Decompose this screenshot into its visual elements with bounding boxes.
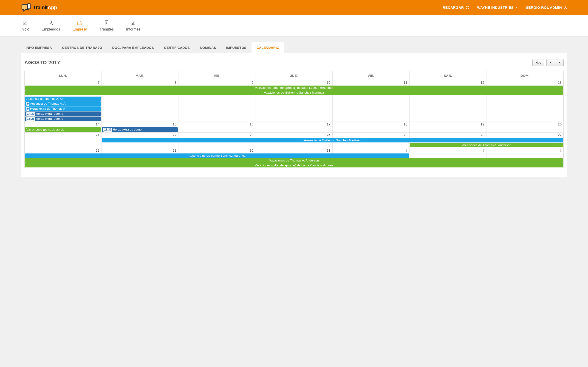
nav-informes[interactable]: Informes	[126, 20, 140, 31]
chevron-left-icon	[549, 61, 552, 64]
calendar-event[interactable]: Vacaciones de Thomas A. Anderson	[25, 158, 563, 163]
day-header: DOM.	[486, 71, 563, 80]
day-number: 20	[486, 122, 563, 126]
day-number: 15	[102, 122, 178, 126]
topbar: TramitApp RECARGAR WAYNE INDUSTRIES SERG…	[0, 0, 588, 15]
day-cell[interactable]: 12	[409, 80, 486, 85]
day-number: 1	[333, 148, 409, 152]
day-number: 19	[409, 122, 486, 126]
day-number: 12	[409, 80, 486, 84]
tab-calendario[interactable]: CALENDARIO	[251, 42, 285, 53]
calendar-event[interactable]: 18:31Horas extra de Jame	[102, 127, 178, 132]
day-cell[interactable]: 27	[486, 133, 563, 138]
day-cell[interactable]: 3	[486, 148, 563, 153]
day-number: 21	[25, 133, 101, 137]
day-cell[interactable]: 1	[333, 148, 409, 153]
day-cell[interactable]: 16	[179, 122, 255, 127]
day-cell[interactable]: 11	[333, 80, 409, 85]
day-number: 29	[102, 148, 178, 152]
calendar-event[interactable]: 9Ausencia de Thomas A. A	[25, 101, 101, 106]
svg-rect-0	[27, 4, 30, 9]
day-header: SÁB.	[409, 71, 486, 80]
calendar-header: AGOSTO 2017 Hoy	[24, 53, 564, 71]
day-cell[interactable]: 21	[25, 133, 102, 138]
day-header: LUN.	[25, 71, 102, 80]
day-number: 2	[409, 148, 486, 152]
calendar-event[interactable]: Vacaciones (pdte. de aprobar) de Juan Ló…	[25, 85, 563, 90]
day-cell[interactable]: 22	[102, 133, 179, 138]
day-number: 31	[255, 148, 332, 152]
day-cell[interactable]: 30	[179, 148, 255, 153]
page: INFO EMPRESA CENTROS DE TRABAJO DOC. PAR…	[0, 37, 588, 182]
day-number: 16	[179, 122, 255, 126]
svg-rect-2	[23, 21, 27, 25]
day-number: 9	[179, 80, 255, 84]
calendar-grid: LUN. MAR. MIÉ. JUE. VIE. SÁB. DOM. 78910…	[24, 71, 564, 168]
day-cell[interactable]: 15	[102, 122, 179, 127]
day-number: 30	[179, 148, 255, 152]
day-cell[interactable]: 8	[102, 80, 179, 85]
calendar-event[interactable]: Ausencia de Thomas A. An	[25, 97, 101, 101]
calendar-title: AGOSTO 2017	[24, 60, 60, 66]
day-cell[interactable]: 14	[25, 122, 102, 127]
day-number: 24	[255, 133, 332, 137]
nav-empresa[interactable]: Empresa	[72, 20, 87, 31]
nav-inicio[interactable]: Inicio	[21, 20, 29, 31]
calendar-event[interactable]: Vacaciones (pdte. de aprobar) de Laura G…	[25, 163, 563, 167]
calendar-event[interactable]: Ausencia de Guillermo Sánchez Martínez	[25, 153, 409, 158]
day-cell[interactable]: 23	[179, 133, 255, 138]
day-cell[interactable]: 10	[255, 80, 332, 85]
prev-button[interactable]	[546, 59, 555, 66]
day-cell[interactable]: 17	[255, 122, 332, 127]
day-cell[interactable]: 2	[409, 148, 486, 153]
nav-empleados[interactable]: Empleados	[42, 20, 60, 31]
day-cell[interactable]: 7	[25, 80, 102, 85]
tab-info[interactable]: INFO EMPRESA	[21, 42, 57, 53]
today-button[interactable]: Hoy	[532, 59, 544, 66]
next-button[interactable]	[555, 59, 564, 66]
day-cell[interactable]: 28	[25, 148, 102, 153]
day-number: 18	[333, 122, 409, 126]
briefcase-icon	[77, 20, 82, 26]
top-right: RECARGAR WAYNE INDUSTRIES SERGIO ROL ADM…	[443, 6, 567, 10]
refresh-icon	[466, 6, 469, 9]
day-cell[interactable]: 19	[409, 122, 486, 127]
user-icon	[564, 6, 567, 9]
card: AGOSTO 2017 Hoy LUN. MAR. MIÉ. JUE. VIE.…	[21, 53, 567, 177]
calendar-event[interactable]: Vacaciones (pdte. de aprob	[25, 127, 101, 132]
tab-nominas[interactable]: NÓMINAS	[195, 42, 221, 53]
calendar-event[interactable]: 16:25Horas extra (pdte. d	[25, 117, 101, 121]
tab-centros[interactable]: CENTROS DE TRABAJO	[57, 42, 107, 53]
calendar-event[interactable]: 14:30Horas extra (pdte. d	[25, 111, 101, 116]
tab-docs[interactable]: DOC. PARA EMPLEADOS	[107, 42, 159, 53]
calendar-event[interactable]: 9Horas extra de Thomas A	[25, 106, 101, 111]
tab-impuestos[interactable]: IMPUESTOS	[221, 42, 251, 53]
day-cell[interactable]: 29	[102, 148, 179, 153]
logo[interactable]: TramitApp	[21, 3, 57, 12]
day-cell[interactable]: 24	[255, 133, 332, 138]
calendar-event[interactable]: Vacaciones de Thomas A. Anderson	[410, 143, 563, 147]
navbar: Inicio Empleados Empresa Trámites Inform…	[0, 15, 588, 37]
day-cell[interactable]: 25	[333, 133, 409, 138]
tab-certs[interactable]: CERTIFICADOS	[159, 42, 195, 53]
reload-link[interactable]: RECARGAR	[443, 6, 469, 10]
calendar-event[interactable]: Ausencia de Guillermo Sánchez Martínez	[102, 138, 563, 142]
day-cell[interactable]: 31	[255, 148, 332, 153]
nav-tramites[interactable]: Trámites	[99, 20, 114, 31]
day-cell[interactable]: 18	[333, 122, 409, 127]
svg-rect-4	[78, 22, 82, 25]
user-link[interactable]: SERGIO ROL ADMIN	[526, 6, 567, 10]
day-cell[interactable]: 20	[486, 122, 563, 127]
calendar-event[interactable]: Vacaciones de Guillermo Sánchez Martínez	[25, 90, 563, 95]
day-cell[interactable]: 9	[179, 80, 255, 85]
day-number: 7	[25, 80, 101, 84]
day-header: JUE.	[255, 71, 332, 80]
day-number: 22	[102, 133, 178, 137]
svg-rect-6	[133, 22, 134, 25]
day-cell[interactable]: 26	[409, 133, 486, 138]
day-cell[interactable]: 13	[486, 80, 563, 85]
day-header: MAR.	[102, 71, 179, 80]
day-number: 25	[333, 133, 409, 137]
company-dropdown[interactable]: WAYNE INDUSTRIES	[477, 6, 518, 10]
day-number: 8	[102, 80, 178, 84]
